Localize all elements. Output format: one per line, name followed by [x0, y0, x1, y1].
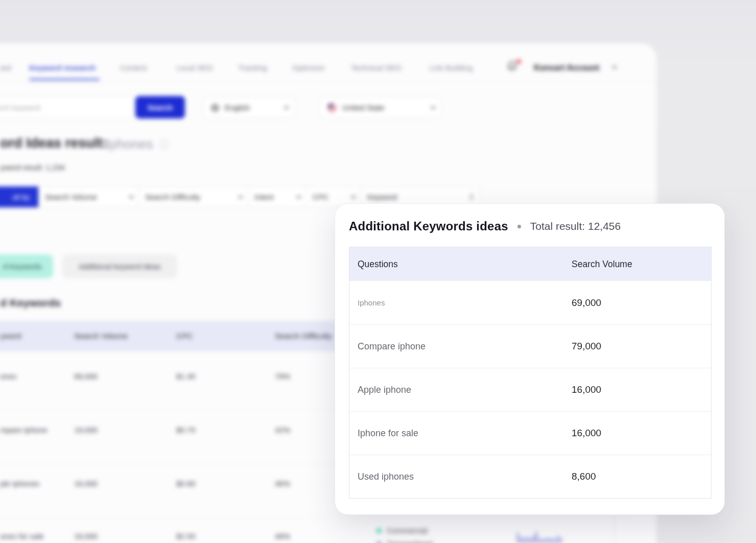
col-questions: Questions	[349, 259, 572, 270]
nav-item-fragment[interactable]: ard	[0, 63, 11, 72]
questions-table-header: Questions Search Volume	[349, 247, 711, 281]
cell-question: Apple iphone	[349, 385, 572, 395]
chevron-down-icon	[296, 194, 301, 199]
table-row[interactable]: Iphone for sale 16,000	[349, 411, 711, 455]
cell-volume: 16,000	[74, 479, 98, 488]
cell-keyword: ones for sale	[0, 532, 44, 540]
cell-volume: 69,000	[74, 372, 98, 381]
bullet-icon	[517, 225, 521, 228]
chevron-down-icon	[129, 194, 134, 199]
col-search-volume: Search Volume	[572, 259, 711, 270]
keyword-result-count: yword result: 1,234	[0, 163, 65, 172]
sort-by-label: ult by:	[0, 186, 38, 207]
account-menu[interactable]: Konvart Account	[534, 63, 599, 73]
legend-dot-icon	[376, 528, 382, 533]
legend-item-transactional: Transactional	[376, 539, 433, 543]
tab-additional-keyword-ideas[interactable]: Additional keyword ideas	[62, 254, 177, 278]
cell-difficulty: 46%	[275, 479, 290, 488]
additional-keywords-modal: Additional Keywords ideas Total result: …	[335, 203, 725, 515]
info-icon[interactable]: i	[159, 139, 169, 149]
cell-keyword: ones	[0, 372, 17, 381]
country-dropdown[interactable]: United State	[319, 97, 442, 119]
cell-cpc: $1.30	[176, 372, 196, 381]
cell-volume: 8,600	[572, 471, 711, 482]
column-divider	[614, 515, 615, 543]
cell-volume: 19,000	[74, 426, 98, 434]
chevron-down-icon	[238, 194, 243, 199]
search-input[interactable]	[0, 96, 135, 119]
nav-item-keyword-research[interactable]: Keyword research	[29, 63, 96, 72]
filter-search-volume[interactable]: Search Volume	[38, 186, 139, 207]
nav-divider	[0, 82, 656, 83]
filter-label: Intent	[254, 193, 274, 201]
col-keyword: yword	[0, 321, 21, 351]
chevron-down-icon	[351, 194, 356, 199]
filter-search-difficulty[interactable]: Search Difficulty	[138, 186, 248, 207]
col-difficulty: Search Difficulty	[275, 321, 332, 351]
filter-intent[interactable]: Intent	[248, 186, 306, 207]
cell-volume: 16,000	[572, 428, 711, 439]
section-title: d Keywords	[0, 297, 61, 309]
modal-header: Additional Keywords ideas Total result: …	[349, 219, 621, 233]
cell-difficulty: 48%	[275, 532, 290, 540]
nav-item-optimizer[interactable]: Optimizer	[292, 63, 325, 72]
chevron-down-icon	[431, 104, 436, 109]
us-flag-icon	[327, 103, 337, 113]
legend-label: Commercial	[387, 526, 428, 535]
country-value: United State	[342, 103, 426, 112]
legend-dot-icon	[376, 541, 382, 543]
cell-question: Compare iphone	[349, 341, 572, 352]
nav-item-technical-seo[interactable]: Technical SEO	[351, 63, 401, 72]
table-row[interactable]: Compare iphone 79,000	[349, 324, 711, 368]
filter-label: CPC	[313, 193, 329, 201]
filter-label: Search Volume	[45, 193, 97, 201]
sort-arrows-icon	[469, 194, 474, 200]
page-title-keyword: Iphones	[106, 136, 153, 152]
cell-cpc: $0.70	[176, 426, 196, 434]
cell-keyword: mpare Iphone	[0, 426, 48, 434]
table-row[interactable]: Used iphones 8,600	[349, 455, 711, 498]
cell-question: Iphone for sale	[349, 428, 572, 439]
modal-total-result: Total result: 12,456	[530, 220, 621, 232]
search-button[interactable]: Search	[135, 96, 185, 119]
cell-keyword: ple Iphones	[0, 479, 40, 488]
language-dropdown[interactable]: English	[203, 97, 295, 119]
chevron-down-icon	[284, 104, 289, 109]
page-title: ord Ideas result:	[0, 135, 107, 151]
cell-difficulty: 42%	[275, 426, 290, 434]
cell-question: Used iphones	[349, 471, 572, 482]
cell-volume: 69,000	[572, 297, 711, 309]
cell-question: Iphones	[349, 298, 572, 307]
tab-suggested-keywords[interactable]: d Keywords	[0, 254, 53, 278]
legend-label: Transactional	[387, 539, 433, 543]
nav-item-local-seo[interactable]: Local SEO	[176, 63, 213, 72]
cell-volume: 79,000	[572, 341, 711, 352]
row-divider	[0, 517, 633, 517]
legend-item-commercial: Commercial	[376, 526, 428, 535]
cell-cpc: $2.50	[176, 532, 196, 540]
intent-sparkline	[517, 531, 564, 543]
cell-volume: 16,000	[74, 532, 98, 540]
notifications-bell-icon[interactable]	[506, 60, 521, 75]
cell-volume: 16,000	[572, 384, 711, 395]
table-row[interactable]: Iphones 69,000	[349, 281, 711, 324]
col-volume: Search Volume	[74, 321, 128, 351]
questions-table: Questions Search Volume Iphones 69,000 C…	[349, 247, 712, 499]
globe-icon	[210, 103, 220, 112]
notification-dot	[516, 59, 521, 64]
table-row[interactable]: Apple iphone 16,000	[349, 368, 711, 411]
cell-difficulty: 79%	[275, 372, 290, 381]
active-tab-underline	[29, 79, 100, 80]
cell-cpc: $0.80	[176, 479, 196, 488]
nav-item-tracking[interactable]: Tracking	[238, 63, 267, 72]
modal-title: Additional Keywords ideas	[349, 219, 508, 233]
language-value: English	[225, 103, 279, 112]
sort-field-label: Keyword	[367, 193, 397, 201]
col-cpc: CPC	[176, 321, 193, 351]
nav-item-content[interactable]: Content	[120, 63, 147, 72]
nav-item-link-building[interactable]: Link Building	[429, 63, 472, 72]
filter-label: Search Difficulty	[145, 193, 200, 201]
